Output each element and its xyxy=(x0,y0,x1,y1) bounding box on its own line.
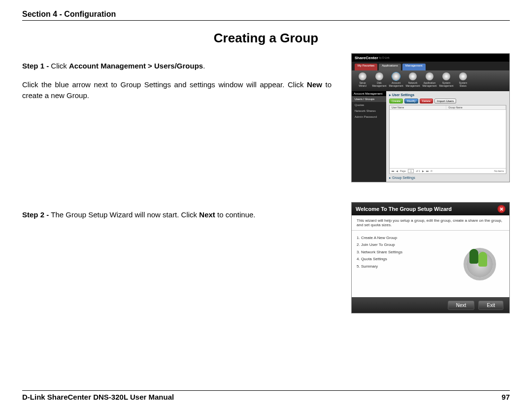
ss1-brand-bar: ShareCenter by D-Link xyxy=(352,54,509,62)
gear-icon xyxy=(463,247,497,281)
ss1-tab-applications[interactable]: Applications xyxy=(379,64,400,70)
pager-no-items: No items xyxy=(494,170,504,172)
ss2-steps-list: 1. Create A New Group 2. Join User To Gr… xyxy=(357,235,450,293)
ss1-brand: ShareCenter xyxy=(355,56,378,60)
ss1-sidebar-users-groups[interactable]: Users / Groups xyxy=(352,96,386,102)
step-1-body-new: New xyxy=(307,80,322,89)
ss1-body: Account Management Users / Groups Quotas… xyxy=(352,91,509,182)
ss1-modify-button[interactable]: Modify xyxy=(404,99,418,103)
step-2-row: Step 2 - The Group Setup Wizard will now… xyxy=(22,202,510,313)
ss1-user-settings-title: ▸ User Settings xyxy=(389,93,506,97)
pager-prev-icon[interactable]: ◀ xyxy=(396,170,398,172)
ss1-pager: ⏮ ◀ Page 1 of 1 ▶ ⏭ ⟳ No items xyxy=(390,168,506,173)
close-icon[interactable]: ✕ xyxy=(498,205,505,213)
screenshot-account-management: ShareCenter by D-Link My Favorites Appli… xyxy=(351,53,510,182)
ss1-sidebar-title: Account Management xyxy=(352,91,386,96)
ss1-icon-system-management[interactable]: System Management xyxy=(439,72,453,89)
person-icon xyxy=(478,252,487,267)
ss1-create-button[interactable]: Create xyxy=(389,99,403,103)
ss2-step-3: 3. Network Share Settings xyxy=(357,249,450,256)
ss1-main: ▸ User Settings Create Modify Delete Imp… xyxy=(386,91,509,182)
section-header: Section 4 - Configuration xyxy=(22,10,510,19)
ss1-grid-body xyxy=(390,110,506,168)
header-rule xyxy=(22,20,510,21)
ss2-step-2: 2. Join User To Group xyxy=(357,241,450,248)
ss2-graphic xyxy=(455,235,504,293)
pager-first-icon[interactable]: ⏮ xyxy=(392,170,394,172)
ss2-body: 1. Create A New Group 2. Join User To Gr… xyxy=(352,231,509,297)
step-1-row: Step 1 - Click Account Management > User… xyxy=(22,53,510,182)
pager-page-label: Page xyxy=(400,170,406,172)
ss1-delete-button[interactable]: Delete xyxy=(420,99,433,103)
ss1-import-users-button[interactable]: Import Users xyxy=(434,99,456,103)
ss1-brand-sub: by D-Link xyxy=(379,56,390,59)
ss1-grid-header: User Name Group Name xyxy=(390,105,506,110)
wizard-exit-button[interactable]: Exit xyxy=(478,301,503,310)
step-1-lead: Click xyxy=(51,62,69,70)
pager-of: of 1 xyxy=(416,170,420,172)
pager-next-icon[interactable]: ▶ xyxy=(422,170,424,172)
ss2-step-1: 1. Create A New Group xyxy=(357,235,450,241)
step-1-body-a: Click the blue arrow next to Group Setti… xyxy=(22,80,307,89)
ss1-grid: User Name Group Name ⏮ ◀ Page 1 of 1 ▶ ⏭ xyxy=(389,105,506,174)
footer-page-number: 97 xyxy=(501,393,510,401)
ss1-tab-bar: My Favorites Applications Management xyxy=(352,62,509,70)
step-2-prefix: Step 2 - xyxy=(22,210,51,219)
footer-manual-title: D-Link ShareCenter DNS-320L User Manual xyxy=(22,393,174,401)
ss1-sidebar-network-shares[interactable]: Network Shares xyxy=(352,108,386,114)
ss1-sidebar-admin-password[interactable]: Admin Password xyxy=(352,114,386,120)
step-1-period: . xyxy=(203,62,205,70)
step-2-text: Step 2 - The Group Setup Wizard will now… xyxy=(22,202,332,228)
ss1-icon-account-management[interactable]: Account Management xyxy=(389,72,403,89)
ss1-col-groupname: Group Name xyxy=(446,105,506,109)
pager-last-icon[interactable]: ⏭ xyxy=(426,170,429,172)
ss1-icon-disk-management[interactable]: Disk Management xyxy=(372,72,386,89)
footer-rule xyxy=(22,390,510,391)
step-2-body-b: to continue. xyxy=(215,210,256,219)
wizard-next-button[interactable]: Next xyxy=(448,301,475,310)
ss1-icon-setup-wizard[interactable]: Setup Wizard xyxy=(356,72,369,89)
screenshot-wizard: Welcome To The Group Setup Wizard ✕ This… xyxy=(351,202,510,313)
step-1-text: Step 1 - Click Account Management > User… xyxy=(22,53,332,109)
ss2-intro: This wizard will help you setup a group,… xyxy=(352,215,509,231)
ss1-icon-network-management[interactable]: Network Management xyxy=(406,72,420,89)
ss2-footer: Next Exit xyxy=(352,297,509,313)
ss2-title: Welcome To The Group Setup Wizard xyxy=(356,206,452,212)
page-footer: D-Link ShareCenter DNS-320L User Manual … xyxy=(22,390,510,401)
ss1-action-buttons: Create Modify Delete Import Users xyxy=(389,99,506,103)
ss2-header: Welcome To The Group Setup Wizard ✕ xyxy=(352,203,509,215)
ss1-tab-favorites[interactable]: My Favorites xyxy=(355,64,377,70)
step-2-body-next: Next xyxy=(199,210,215,219)
ss1-icon-system-status[interactable]: System Status xyxy=(456,72,470,89)
step-1-prefix: Step 1 - xyxy=(22,62,51,70)
ss1-col-username: User Name xyxy=(390,105,446,109)
ss1-tab-management[interactable]: Management xyxy=(402,64,426,70)
ss1-icon-bar: Setup Wizard Disk Management Account Man… xyxy=(352,70,509,91)
pager-refresh-icon[interactable]: ⟳ xyxy=(431,170,432,172)
ss1-icon-application-management[interactable]: Application Management xyxy=(423,72,436,89)
step-2-body-a: The Group Setup Wizard will now start. C… xyxy=(51,210,199,219)
step-1-path: Account Management > Users/Groups xyxy=(69,62,203,70)
ss1-sidebar-quotas[interactable]: Quotas xyxy=(352,102,386,108)
ss1-group-settings-title[interactable]: ▸ Group Settings xyxy=(389,176,506,180)
ss2-step-5: 5. Summary xyxy=(357,263,450,270)
pager-page-value[interactable]: 1 xyxy=(408,169,414,173)
ss1-sidebar: Account Management Users / Groups Quotas… xyxy=(352,91,386,182)
person-icon xyxy=(469,249,478,264)
ss2-step-4: 4. Quota Settings xyxy=(357,256,450,263)
page-title: Creating a Group xyxy=(22,31,510,46)
